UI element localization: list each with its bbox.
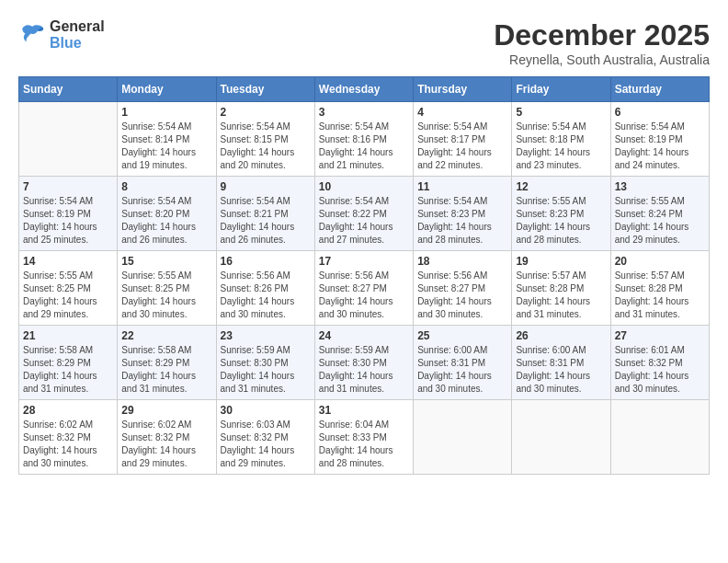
calendar-day: 22 Sunrise: 5:58 AMSunset: 8:29 PMDaylig… [118,326,216,400]
day-info: Sunrise: 5:54 AMSunset: 8:22 PMDaylight:… [319,195,409,247]
day-info: Sunrise: 5:59 AMSunset: 8:30 PMDaylight:… [221,344,311,396]
calendar-day: 19 Sunrise: 5:57 AMSunset: 8:28 PMDaylig… [512,251,610,326]
calendar-day: 15 Sunrise: 5:55 AMSunset: 8:25 PMDaylig… [118,251,216,326]
day-number: 25 [417,329,507,342]
logo-text: General Blue [50,18,105,51]
calendar-day: 7 Sunrise: 5:54 AMSunset: 8:19 PMDayligh… [19,177,118,251]
day-number: 3 [319,106,409,119]
day-info: Sunrise: 6:00 AMSunset: 8:31 PMDaylight:… [516,344,606,396]
calendar-week-3: 14 Sunrise: 5:55 AMSunset: 8:25 PMDaylig… [19,251,710,326]
day-number: 12 [516,180,606,193]
day-number: 23 [221,329,311,342]
day-number: 30 [221,404,311,417]
location: Reynella, South Australia, Australia [494,52,710,67]
day-number: 13 [615,180,705,193]
calendar-day: 4 Sunrise: 5:54 AMSunset: 8:17 PMDayligh… [414,102,512,177]
day-number: 18 [417,255,507,268]
calendar-day: 11 Sunrise: 5:54 AMSunset: 8:23 PMDaylig… [414,177,512,251]
day-info: Sunrise: 5:54 AMSunset: 8:19 PMDaylight:… [615,121,705,172]
month-title: December 2025 [494,18,710,52]
day-info: Sunrise: 5:57 AMSunset: 8:28 PMDaylight:… [615,270,705,321]
calendar-day: 23 Sunrise: 5:59 AMSunset: 8:30 PMDaylig… [216,326,314,400]
calendar-day: 21 Sunrise: 5:58 AMSunset: 8:29 PMDaylig… [19,326,118,400]
calendar-day [610,400,709,475]
calendar-day [512,400,610,475]
day-info: Sunrise: 5:59 AMSunset: 8:30 PMDaylight:… [319,344,409,396]
calendar-day [19,102,118,177]
calendar-day: 2 Sunrise: 5:54 AMSunset: 8:15 PMDayligh… [216,102,314,177]
page-header: General Blue December 2025 Reynella, Sou… [18,18,710,67]
day-number: 7 [23,180,113,193]
day-number: 17 [319,255,409,268]
weekday-header-row: SundayMondayTuesdayWednesdayThursdayFrid… [19,77,710,102]
calendar-day: 25 Sunrise: 6:00 AMSunset: 8:31 PMDaylig… [414,326,512,400]
day-info: Sunrise: 5:54 AMSunset: 8:21 PMDaylight:… [221,195,311,247]
day-number: 24 [319,329,409,342]
calendar-day: 10 Sunrise: 5:54 AMSunset: 8:22 PMDaylig… [314,177,413,251]
calendar-table: SundayMondayTuesdayWednesdayThursdayFrid… [18,76,710,475]
day-info: Sunrise: 5:54 AMSunset: 8:16 PMDaylight:… [319,121,409,172]
day-number: 19 [516,255,606,268]
day-number: 15 [121,255,211,268]
calendar-day: 24 Sunrise: 5:59 AMSunset: 8:30 PMDaylig… [314,326,413,400]
day-number: 16 [221,255,311,268]
weekday-header-wednesday: Wednesday [314,77,413,102]
day-info: Sunrise: 5:55 AMSunset: 8:23 PMDaylight:… [516,195,606,247]
calendar-day: 6 Sunrise: 5:54 AMSunset: 8:19 PMDayligh… [610,102,709,177]
calendar-day: 20 Sunrise: 5:57 AMSunset: 8:28 PMDaylig… [610,251,709,326]
weekday-header-monday: Monday [118,77,216,102]
day-number: 10 [319,180,409,193]
calendar-day: 27 Sunrise: 6:01 AMSunset: 8:32 PMDaylig… [610,326,709,400]
day-number: 20 [615,255,705,268]
calendar-week-5: 28 Sunrise: 6:02 AMSunset: 8:32 PMDaylig… [19,400,710,475]
day-number: 4 [417,106,507,119]
weekday-header-friday: Friday [512,77,610,102]
day-info: Sunrise: 5:56 AMSunset: 8:27 PMDaylight:… [319,270,409,321]
title-block: December 2025 Reynella, South Australia,… [494,18,710,67]
day-info: Sunrise: 5:58 AMSunset: 8:29 PMDaylight:… [121,344,211,396]
day-number: 21 [23,329,113,342]
day-info: Sunrise: 5:56 AMSunset: 8:26 PMDaylight:… [221,270,311,321]
calendar-day: 14 Sunrise: 5:55 AMSunset: 8:25 PMDaylig… [19,251,118,326]
calendar-day: 13 Sunrise: 5:55 AMSunset: 8:24 PMDaylig… [610,177,709,251]
day-info: Sunrise: 5:54 AMSunset: 8:20 PMDaylight:… [121,195,211,247]
calendar-day: 29 Sunrise: 6:02 AMSunset: 8:32 PMDaylig… [118,400,216,475]
logo-icon [18,21,46,49]
calendar-day: 30 Sunrise: 6:03 AMSunset: 8:32 PMDaylig… [216,400,314,475]
calendar-day: 1 Sunrise: 5:54 AMSunset: 8:14 PMDayligh… [118,102,216,177]
day-info: Sunrise: 5:56 AMSunset: 8:27 PMDaylight:… [417,270,507,321]
calendar-day: 26 Sunrise: 6:00 AMSunset: 8:31 PMDaylig… [512,326,610,400]
day-info: Sunrise: 5:55 AMSunset: 8:24 PMDaylight:… [615,195,705,247]
day-number: 8 [121,180,211,193]
day-info: Sunrise: 5:54 AMSunset: 8:18 PMDaylight:… [516,121,606,172]
day-info: Sunrise: 6:02 AMSunset: 8:32 PMDaylight:… [121,419,211,470]
weekday-header-saturday: Saturday [610,77,709,102]
logo: General Blue [18,18,105,51]
day-info: Sunrise: 6:01 AMSunset: 8:32 PMDaylight:… [615,344,705,396]
day-number: 29 [121,404,211,417]
calendar-day: 31 Sunrise: 6:04 AMSunset: 8:33 PMDaylig… [314,400,413,475]
day-number: 6 [615,106,705,119]
day-info: Sunrise: 5:55 AMSunset: 8:25 PMDaylight:… [121,270,211,321]
day-number: 22 [121,329,211,342]
day-number: 9 [221,180,311,193]
day-info: Sunrise: 5:58 AMSunset: 8:29 PMDaylight:… [23,344,113,396]
day-info: Sunrise: 5:54 AMSunset: 8:17 PMDaylight:… [417,121,507,172]
day-number: 11 [417,180,507,193]
day-number: 14 [23,255,113,268]
calendar-week-4: 21 Sunrise: 5:58 AMSunset: 8:29 PMDaylig… [19,326,710,400]
weekday-header-thursday: Thursday [414,77,512,102]
calendar-day: 18 Sunrise: 5:56 AMSunset: 8:27 PMDaylig… [414,251,512,326]
day-info: Sunrise: 5:54 AMSunset: 8:23 PMDaylight:… [417,195,507,247]
day-number: 31 [319,404,409,417]
weekday-header-sunday: Sunday [19,77,118,102]
calendar-day: 17 Sunrise: 5:56 AMSunset: 8:27 PMDaylig… [314,251,413,326]
calendar-week-1: 1 Sunrise: 5:54 AMSunset: 8:14 PMDayligh… [19,102,710,177]
calendar-day: 9 Sunrise: 5:54 AMSunset: 8:21 PMDayligh… [216,177,314,251]
day-number: 2 [221,106,311,119]
weekday-header-tuesday: Tuesday [216,77,314,102]
day-info: Sunrise: 6:00 AMSunset: 8:31 PMDaylight:… [417,344,507,396]
calendar-day: 5 Sunrise: 5:54 AMSunset: 8:18 PMDayligh… [512,102,610,177]
day-info: Sunrise: 5:55 AMSunset: 8:25 PMDaylight:… [23,270,113,321]
day-info: Sunrise: 6:03 AMSunset: 8:32 PMDaylight:… [221,419,311,470]
